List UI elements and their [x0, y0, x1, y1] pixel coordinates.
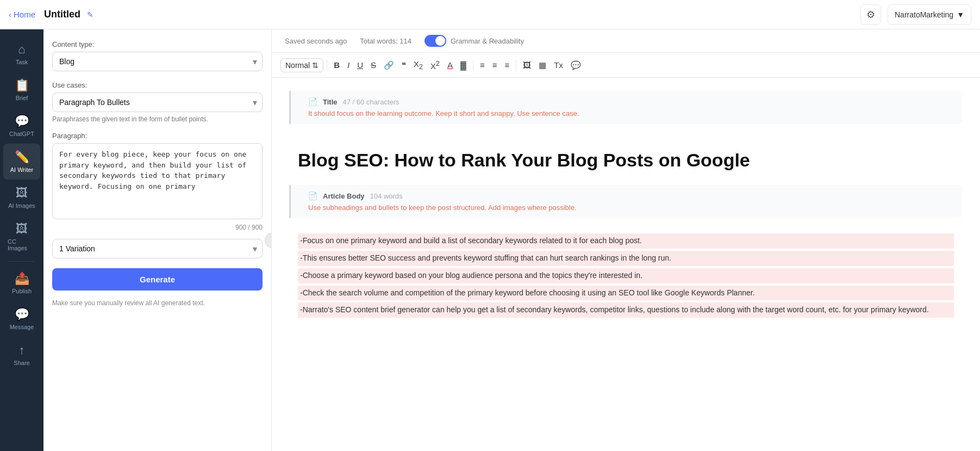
sidebar-item-brief[interactable]: 📋 Brief	[3, 72, 40, 108]
superscript-button[interactable]: X2	[427, 58, 443, 73]
article-body-label: Article Body	[323, 192, 365, 200]
collapse-panel-button[interactable]: ‹	[265, 233, 272, 248]
title-section-label: Title	[323, 98, 338, 106]
strikethrough-button[interactable]: S	[367, 58, 379, 72]
sidebar-item-chatgpt[interactable]: 💬 ChatGPT	[3, 108, 40, 144]
highlight-button[interactable]: ▓	[457, 58, 470, 72]
sidebar-item-publish[interactable]: 📤 Publish	[3, 265, 40, 301]
bullet-line: -Check the search volume and competition…	[298, 286, 954, 301]
article-body-header: 📄 Article Body 104 words	[299, 185, 963, 203]
use-case-select-wrap: Paragraph To Bullets Blog Intro Blog Out…	[52, 92, 263, 112]
page-title: Untitled	[44, 9, 80, 20]
use-cases-label: Use cases:	[52, 81, 263, 89]
insert-image-button[interactable]: 🖼	[520, 58, 534, 72]
topbar-left: ‹ Home Untitled ✎	[9, 9, 860, 20]
grammar-toggle-switch[interactable]	[425, 35, 446, 47]
sidebar-item-label: Publish	[12, 288, 32, 294]
subscript-button[interactable]: X2	[410, 57, 426, 73]
link-button[interactable]: 🔗	[380, 58, 397, 72]
bullet-line: -Focus on one primary keyword and build …	[298, 233, 954, 249]
task-icon: ⌂	[18, 42, 25, 57]
share-icon: ↑	[19, 343, 25, 357]
paragraph-textarea[interactable]: For every blog piece, keep your focus on…	[52, 143, 263, 219]
grammar-toggle: Grammar & Readability	[425, 35, 524, 47]
title-section: 📄 Title 47 / 60 characters It should foc…	[289, 91, 963, 124]
article-body-section: 📄 Article Body 104 words Use subheadings…	[289, 185, 963, 218]
article-word-count: 104 words	[370, 192, 403, 200]
ai-images-icon: 🖼	[16, 186, 28, 200]
style-chevron-icon: ⇅	[312, 61, 319, 70]
sidebar-item-label: CC Images	[8, 238, 36, 251]
edit-icon[interactable]: ✎	[87, 10, 93, 19]
style-label: Normal	[285, 61, 310, 70]
back-link[interactable]: ‹ Home	[9, 10, 35, 19]
variation-select-wrap: 1 Variation 2 Variations 3 Variations	[52, 239, 263, 258]
grammar-label: Grammar & Readability	[451, 37, 524, 45]
sidebar-item-label: Share	[14, 360, 29, 366]
account-button[interactable]: NarratoMarketing ▼	[888, 4, 971, 25]
publish-icon: 📤	[15, 271, 29, 286]
text-color-button[interactable]: A	[444, 58, 456, 72]
editor-area: Saved seconds ago Total words: 114 Gramm…	[272, 29, 980, 451]
insert-table-button[interactable]: ▦	[535, 58, 550, 72]
char-count: 900 / 900	[52, 224, 263, 231]
cc-images-icon: 🖼	[16, 222, 28, 236]
quote-button[interactable]: ❝	[398, 58, 409, 72]
account-label: NarratoMarketing	[895, 10, 953, 19]
clear-format-button[interactable]: Tx	[551, 58, 566, 72]
sidebar-item-share[interactable]: ↑ Share	[3, 337, 40, 373]
back-label[interactable]: Home	[14, 10, 35, 19]
paragraph-textarea-wrap: For every blog piece, keep your focus on…	[52, 143, 263, 221]
topbar-right: ⚙ NarratoMarketing ▼	[860, 4, 971, 25]
left-panel: Content type: Blog Article Social Media …	[43, 29, 272, 451]
comment-button[interactable]: 💬	[567, 58, 584, 72]
bullet-list-button[interactable]: ≡	[489, 58, 501, 72]
ordered-list-button[interactable]: ≡	[477, 58, 488, 72]
sidebar-item-label: AI Writer	[10, 166, 34, 173]
content-type-select[interactable]: Blog Article Social Media	[52, 52, 263, 71]
toolbar-divider-3	[516, 60, 516, 71]
variation-select[interactable]: 1 Variation 2 Variations 3 Variations	[52, 239, 263, 258]
sidenav: ⌂ Task 📋 Brief 💬 ChatGPT ✏️ AI Writer 🖼 …	[0, 29, 43, 451]
content-type-label: Content type:	[52, 40, 263, 48]
toolbar-divider-1	[327, 60, 327, 71]
italic-button[interactable]: I	[344, 58, 353, 72]
sidebar-item-message[interactable]: 💬 Message	[3, 301, 40, 337]
settings-button[interactable]: ⚙	[860, 4, 881, 25]
bullet-content[interactable]: -Focus on one primary keyword and build …	[289, 227, 963, 326]
style-select[interactable]: Normal ⇅	[280, 58, 323, 72]
topbar: ‹ Home Untitled ✎ ⚙ NarratoMarketing ▼	[0, 0, 980, 29]
title-char-count: 47 / 60 characters	[343, 98, 400, 106]
sidebar-item-label: AI Images	[8, 202, 35, 209]
editor-content[interactable]: 📄 Title 47 / 60 characters It should foc…	[272, 78, 980, 451]
underline-button[interactable]: U	[354, 58, 366, 72]
bullet-line: -Narrato's SEO content brief generator c…	[298, 302, 954, 318]
saved-status: Saved seconds ago	[285, 37, 347, 45]
ai-writer-icon: ✏️	[15, 150, 29, 164]
editor-toolbar: Normal ⇅ B I U S 🔗 ❝ X2 X2 A ▓ ≡ ≡ ≡ 🖼 ▦…	[272, 53, 980, 78]
article-body-hint: Use subheadings and bullets to keep the …	[299, 203, 963, 218]
align-button[interactable]: ≡	[501, 58, 513, 72]
chevron-left-icon: ‹	[9, 10, 11, 19]
sidebar-item-task[interactable]: ⌂ Task	[3, 36, 40, 72]
sidebar-item-ai-writer[interactable]: ✏️ AI Writer	[3, 144, 40, 180]
generate-button[interactable]: Generate	[52, 268, 263, 291]
main-layout: ⌂ Task 📋 Brief 💬 ChatGPT ✏️ AI Writer 🖼 …	[0, 29, 980, 451]
sidebar-item-label: ChatGPT	[9, 131, 34, 137]
bold-button[interactable]: B	[330, 58, 343, 72]
title-doc-icon: 📄	[308, 97, 317, 106]
title-hint: It should focus on the learning outcome.…	[299, 109, 963, 124]
sidebar-item-label: Message	[10, 324, 34, 330]
sidebar-item-label: Brief	[16, 95, 28, 101]
content-type-select-wrap: Blog Article Social Media	[52, 52, 263, 71]
sidebar-item-label: Task	[16, 59, 28, 65]
title-section-header: 📄 Title 47 / 60 characters	[299, 91, 963, 109]
sidebar-item-cc-images[interactable]: 🖼 CC Images	[3, 215, 40, 258]
bullet-line: -Choose a primary keyword based on your …	[298, 268, 954, 283]
blog-title[interactable]: Blog SEO: How to Rank Your Blog Posts on…	[289, 139, 963, 185]
editor-meta-bar: Saved seconds ago Total words: 114 Gramm…	[272, 29, 980, 53]
sidenav-divider	[9, 261, 35, 262]
use-case-select[interactable]: Paragraph To Bullets Blog Intro Blog Out…	[52, 92, 263, 112]
article-doc-icon: 📄	[308, 191, 317, 200]
sidebar-item-ai-images[interactable]: 🖼 AI Images	[3, 180, 40, 215]
